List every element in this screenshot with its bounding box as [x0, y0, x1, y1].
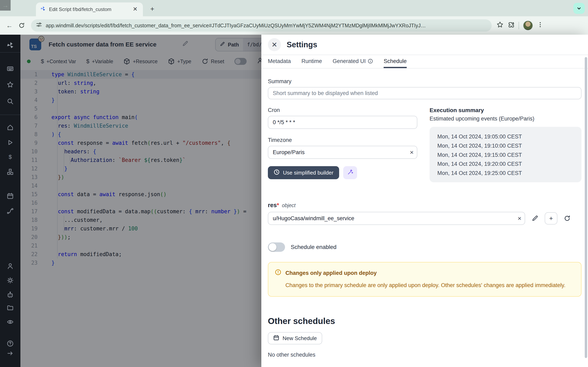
menu-dots-icon[interactable] [537, 21, 544, 30]
tab-title: Edit Script f/bd/fetch_custom [49, 7, 128, 12]
alert-circle-icon [275, 269, 281, 277]
sidebar-item-home[interactable] [0, 124, 20, 131]
folder-icon [7, 304, 14, 311]
refresh-resource-icon[interactable] [562, 212, 572, 225]
help-icon [7, 340, 14, 347]
browser-urlbar: ← → app.windmill.dev/scripts/edit/f/bd/f… [0, 16, 588, 35]
sidebar-item-users[interactable] [0, 263, 20, 269]
no-other-schedules-text: No other schedules [268, 352, 581, 358]
ai-cron-button[interactable] [343, 166, 357, 179]
tune-icon[interactable] [36, 22, 42, 29]
warning-body: Changes to the primary schedule are only… [275, 281, 575, 290]
sidebar-item-resources[interactable] [0, 168, 20, 175]
magic-wand-icon [347, 169, 354, 177]
cubes-icon [7, 168, 14, 175]
summary-label: Summary [268, 78, 581, 85]
url-text: app.windmill.dev/scripts/edit/f/bd/fetch… [46, 23, 426, 29]
back-icon[interactable]: ← [4, 20, 15, 31]
route-icon [7, 208, 14, 215]
forward-icon[interactable]: → [0, 0, 11, 11]
sidebar-divider [0, 52, 20, 53]
home-icon [7, 124, 14, 131]
eye-icon [7, 318, 14, 325]
browser-tabstrip: Edit Script f/bd/fetch_custom ✕ + [0, 0, 588, 16]
arrow-right-icon [7, 350, 14, 357]
sidebar-item-flows[interactable] [0, 208, 20, 215]
execution-summary-title: Execution summary [430, 107, 581, 114]
windmill-logo[interactable] [0, 42, 20, 51]
warning-title: Changes only applied upon deploy [285, 270, 377, 276]
tab-schedule[interactable]: Schedule [384, 55, 407, 68]
sidebar-item-search[interactable] [0, 98, 20, 105]
execution-summary-subtitle: Estimated upcoming events (Europe/Paris) [430, 116, 581, 122]
upcoming-event: Mon, 14 Oct 2024, 19:10:00 CEST [437, 141, 581, 150]
edit-resource-pencil-icon[interactable] [530, 212, 540, 225]
play-icon [7, 139, 14, 146]
gear-icon [7, 277, 14, 284]
url-field[interactable]: app.windmill.dev/scripts/edit/f/bd/fetch… [31, 19, 492, 32]
reload-icon[interactable] [16, 20, 27, 31]
schedule-enabled-toggle[interactable] [268, 242, 285, 252]
sidebar-item-settings[interactable] [0, 277, 20, 284]
sidebar-item-help[interactable] [0, 340, 20, 347]
cron-label: Cron [268, 107, 417, 113]
chevron-down-icon[interactable] [573, 3, 585, 14]
info-icon [368, 58, 373, 64]
browser-tab[interactable]: Edit Script f/bd/fetch_custom ✕ [36, 2, 143, 16]
upcoming-event: Mon, 14 Oct 2024, 19:15:00 CEST [437, 150, 581, 160]
close-icon[interactable]: ✕ [268, 38, 281, 51]
sidebar-item-variables[interactable]: $ [0, 154, 20, 160]
required-asterisk: * [277, 202, 279, 208]
sidebar-item-runs[interactable] [0, 139, 20, 146]
upcoming-event: Mon, 14 Oct 2024, 19:25:00 CEST [437, 169, 581, 178]
other-schedules-title: Other schedules [268, 316, 581, 326]
settings-tabs: MetadataRuntimeGenerated UISchedule [261, 55, 588, 68]
bookmark-star-icon[interactable] [497, 21, 503, 30]
calendar-icon [273, 334, 279, 342]
robot-icon [7, 291, 14, 298]
star-icon [7, 81, 14, 88]
clock-icon [274, 169, 280, 176]
kbd-icon [7, 65, 14, 72]
new-tab-button[interactable]: + [148, 5, 157, 13]
drawer-scrollbar[interactable] [585, 57, 587, 358]
simplified-builder-button[interactable]: Use simplified builder [268, 166, 339, 179]
windmill-app: $ TS Fetch customer data from EE service [0, 35, 588, 367]
add-resource-plus-icon[interactable]: + [545, 212, 557, 225]
sidebar: $ [0, 35, 20, 367]
cron-input[interactable] [268, 116, 417, 129]
calendar-icon [7, 192, 14, 200]
sidebar-item-schedules[interactable] [0, 192, 20, 200]
settings-title: Settings [287, 40, 317, 49]
timezone-input[interactable] [268, 146, 417, 159]
upcoming-event: Mon, 14 Oct 2024, 19:05:00 CEST [437, 132, 581, 141]
sidebar-item-workers[interactable] [0, 291, 20, 298]
settings-drawer: ✕ Settings MetadataRuntimeGenerated UISc… [261, 35, 588, 367]
clear-timezone-icon[interactable]: × [410, 149, 414, 156]
res-arg-type: object [282, 202, 296, 208]
new-schedule-button[interactable]: New Schedule [268, 332, 322, 344]
tab-metadata[interactable]: Metadata [268, 55, 291, 68]
sidebar-item-folders[interactable] [0, 304, 20, 311]
tab-close-icon[interactable]: ✕ [131, 6, 139, 13]
schedule-tab-panel: Summary Cron Timezone × [261, 68, 588, 367]
sidebar-item-workspace[interactable] [0, 65, 20, 72]
res-arg-label: res* [268, 202, 279, 209]
browser-window: Edit Script f/bd/fetch_custom ✕ + ← → ap… [0, 0, 588, 367]
sidebar-item-collapse[interactable] [0, 350, 20, 357]
sidebar-item-audit-logs[interactable] [0, 318, 20, 325]
sidebar-divider [0, 115, 20, 115]
resource-input[interactable] [268, 212, 525, 225]
divider [519, 22, 519, 29]
upcoming-events-panel: Mon, 14 Oct 2024, 19:05:00 CESTMon, 14 O… [430, 127, 581, 182]
sidebar-item-favorites[interactable] [0, 81, 20, 88]
extensions-icon[interactable] [508, 21, 515, 30]
summary-input[interactable] [268, 87, 581, 99]
schedule-enabled-label: Schedule enabled [291, 244, 337, 250]
deploy-warning: Changes only applied upon deploy Changes… [268, 262, 581, 297]
tab-runtime[interactable]: Runtime [302, 55, 322, 68]
person-icon [7, 263, 14, 269]
tab-generated-ui[interactable]: Generated UI [333, 55, 373, 68]
clear-resource-icon[interactable]: × [518, 215, 521, 222]
profile-avatar[interactable] [523, 21, 533, 30]
